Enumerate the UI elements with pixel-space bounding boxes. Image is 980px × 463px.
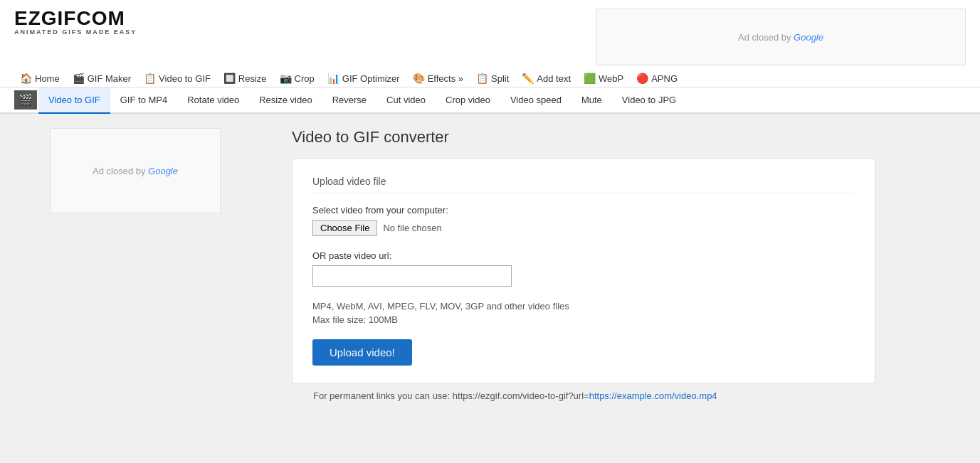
upload-button[interactable]: Upload video! [312,339,412,366]
subnav-crop-video[interactable]: Crop video [436,87,500,114]
sub-navigation: 🎬 Video to GIF GIF to MP4 Rotate video R… [0,87,980,114]
sidebar-ad-banner: Ad closed by Google [50,128,221,213]
nav-effects[interactable]: 🎨 Effects » [407,70,469,87]
nav-webp[interactable]: 🟩 WebP [578,70,629,87]
nav-add-text-label: Add text [537,73,571,84]
nav-split-label: Split [491,73,509,84]
no-file-text: No file chosen [383,223,441,233]
nav-gif-optimizer-label: GIF Optimizer [342,73,400,84]
crop-icon: 📷 [280,73,292,84]
subnav-cut-video[interactable]: Cut video [376,87,436,114]
maxsize-text: Max file size: 100MB [312,314,855,325]
page-title: Video to GIF converter [292,128,959,147]
logo-main: EZGIFCOM [14,7,125,29]
home-icon: 🏠 [20,73,32,84]
nav-gif-optimizer[interactable]: 📊 GIF Optimizer [322,70,406,87]
main-content: Video to GIF converter Upload video file… [270,114,980,434]
resize-icon: 🔲 [223,73,236,84]
top-ad-banner: Ad closed by Google [596,9,966,65]
subnav-reverse[interactable]: Reverse [322,87,376,114]
nav-resize-label: Resize [238,73,267,84]
subnav-video-to-gif[interactable]: Video to GIF [38,87,110,114]
gif-maker-icon: 🎬 [73,73,85,84]
formats-text: MP4, WebM, AVI, MPEG, FLV, MOV, 3GP and … [312,301,855,312]
add-text-icon: ✏️ [522,73,534,84]
nav-resize[interactable]: 🔲 Resize [218,70,273,87]
subnav-mute[interactable]: Mute [571,87,612,114]
url-label: OR paste video url: [312,250,855,261]
nav-crop-label: Crop [295,73,315,84]
url-input[interactable] [312,265,512,287]
nav-apng[interactable]: 🔴 APNG [631,70,683,87]
nav-add-text[interactable]: ✏️ Add text [516,70,576,87]
nav-video-to-gif[interactable]: 📋 Video to GIF [138,70,216,87]
nav-home[interactable]: 🏠 Home [14,70,65,87]
film-icon: 🎬 [14,90,37,110]
effects-icon: 🎨 [413,73,425,84]
sidebar-ad-text: Ad closed by Google [93,166,178,176]
nav-effects-label: Effects » [428,73,463,84]
nav-crop[interactable]: 📷 Crop [274,70,320,87]
footer-link[interactable]: https://example.com/video.mp4 [589,390,717,401]
subnav-gif-to-mp4[interactable]: GIF to MP4 [110,87,177,114]
upload-section-title: Upload video file [312,176,855,193]
subnav-rotate-video[interactable]: Rotate video [177,87,249,114]
logo: EZGIFCOM ANIMATED GIFS MADE EASY [14,9,137,36]
footer-note-prefix: For permanent links you can use: https:/… [313,390,589,401]
nav-gif-maker[interactable]: 🎬 GIF Maker [67,70,137,87]
gif-optimizer-icon: 📊 [327,73,339,84]
apng-icon: 🔴 [636,73,648,84]
main-navigation: 🏠 Home 🎬 GIF Maker 📋 Video to GIF 🔲 Resi… [14,65,966,87]
file-input-row: Choose File No file chosen [312,220,855,236]
nav-apng-label: APNG [651,73,678,84]
subnav-video-speed[interactable]: Video speed [500,87,571,114]
video-to-gif-icon: 📋 [144,73,156,84]
footer-note: For permanent links you can use: https:/… [292,383,959,408]
nav-split[interactable]: 📋 Split [470,70,515,87]
webp-icon: 🟩 [584,73,596,84]
sidebar: Ad closed by Google [0,114,270,434]
nav-webp-label: WebP [599,73,623,84]
nav-home-label: Home [35,73,60,84]
split-icon: 📋 [476,73,488,84]
nav-gif-maker-label: GIF Maker [88,73,131,84]
ad-top-text: Ad closed by Google [738,32,823,43]
upload-box: Upload video file Select video from your… [292,158,875,383]
nav-video-to-gif-label: Video to GIF [159,73,211,84]
choose-file-button[interactable]: Choose File [312,220,377,236]
logo-sub: ANIMATED GIFS MADE EASY [14,28,137,36]
subnav-video-to-jpg[interactable]: Video to JPG [612,87,686,114]
select-label: Select video from your computer: [312,205,855,215]
subnav-resize-video[interactable]: Resize video [249,87,322,114]
